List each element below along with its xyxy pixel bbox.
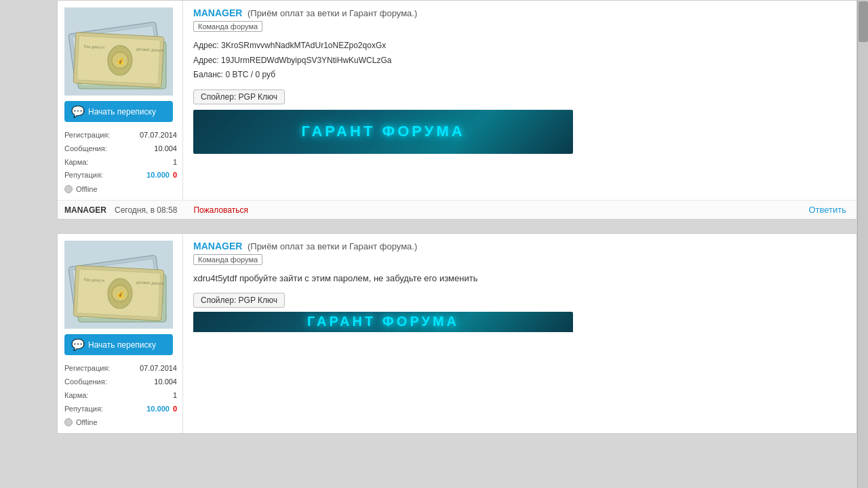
scrollbar[interactable] bbox=[857, 0, 868, 488]
post-body-2: Как деньги делают деньги 💰 💬 Начать пере… bbox=[58, 234, 856, 433]
offline-row-2: Offline bbox=[64, 418, 98, 426]
banner-partial: ГАРАНТ ФОРУМА bbox=[193, 312, 573, 332]
pm-label: Начать переписку bbox=[88, 107, 156, 117]
avatar-box-2: Как деньги делают деньги 💰 bbox=[64, 241, 173, 329]
post-card: Как деньги делают деньги 💰 💬 Начать пере… bbox=[57, 0, 857, 220]
reply-button[interactable]: Ответить bbox=[808, 205, 846, 215]
address-2: Адрес: 19JUrmREDWdWbyipqSV3YNtiHwKuWCLzG… bbox=[193, 54, 846, 68]
stat-reg-2: Регистрация: 07.07.2014 bbox=[64, 362, 177, 375]
offline-indicator-2 bbox=[64, 418, 73, 426]
user-role-2: (Приём оплат за ветки и Гарант форума.) bbox=[248, 241, 417, 251]
username-link[interactable]: MANAGER bbox=[193, 7, 242, 18]
offline-label-2: Offline bbox=[76, 418, 98, 426]
post-sidebar: Как деньги делают деньги 💰 💬 Начать пере… bbox=[58, 1, 183, 200]
stat-rep-2: Репутация: 10.000 0 bbox=[64, 403, 177, 416]
footer-date: Сегодня, в 08:58 bbox=[115, 205, 177, 215]
post-content-2: MANAGER (Приём оплат за ветки и Гарант ф… bbox=[183, 234, 856, 433]
footer-username: MANAGER bbox=[64, 205, 106, 215]
pm-button[interactable]: 💬 Начать переписку bbox=[64, 101, 173, 122]
post-body: Как деньги делают деньги 💰 💬 Начать пере… bbox=[58, 1, 856, 200]
spoiler-button[interactable]: Спойлер: PGP Ключ bbox=[193, 89, 285, 104]
stat-karma: Карма: 1 bbox=[64, 156, 177, 169]
offline-row: Offline bbox=[64, 185, 98, 193]
svg-text:💰: 💰 bbox=[117, 57, 125, 66]
pm-button-2[interactable]: 💬 Начать переписку bbox=[64, 334, 173, 355]
footer-report-link[interactable]: Пожаловаться bbox=[193, 205, 248, 215]
avatar-image: Как деньги делают деньги 💰 bbox=[64, 7, 173, 96]
banner-box: ГАРАНТ ФОРУМА bbox=[193, 110, 573, 154]
balance: Баланс: 0 BTC / 0 руб bbox=[193, 68, 846, 83]
pm-label-2: Начать переписку bbox=[88, 340, 156, 350]
user-role: (Приём оплат за ветки и Гарант форума.) bbox=[248, 8, 417, 18]
user-stats: Регистрация: 07.07.2014 Сообщения: 10.00… bbox=[64, 129, 177, 182]
spoiler-button-2[interactable]: Спойлер: PGP Ключ bbox=[193, 293, 285, 308]
offline-indicator bbox=[64, 185, 73, 193]
team-badge-2: Команда форума bbox=[193, 254, 262, 265]
stat-karma-2: Карма: 1 bbox=[64, 389, 177, 403]
address-1: Адрес: 3KroSRmvvwhNadkMTAdUr1oNEZpo2qoxG… bbox=[193, 39, 846, 54]
stat-msg-2: Сообщения: 10.004 bbox=[64, 375, 177, 389]
banner-text-2: ГАРАНТ ФОРУМА bbox=[307, 314, 459, 329]
stat-reg: Регистрация: 07.07.2014 bbox=[64, 129, 177, 142]
post-content: MANAGER (Приём оплат за ветки и Гарант ф… bbox=[183, 1, 856, 200]
avatar-box: Как деньги делают деньги 💰 bbox=[64, 7, 173, 96]
team-badge: Команда форума bbox=[193, 21, 262, 32]
content-area: Как деньги делают деньги 💰 💬 Начать пере… bbox=[0, 0, 857, 454]
user-stats-2: Регистрация: 07.07.2014 Сообщения: 10.00… bbox=[64, 362, 177, 415]
post-card-2: Как деньги делают деньги 💰 💬 Начать пере… bbox=[57, 233, 857, 434]
page-wrapper: Как деньги делают деньги 💰 💬 Начать пере… bbox=[0, 0, 868, 488]
avatar-image-2: Как деньги делают деньги 💰 bbox=[64, 241, 173, 329]
stat-msg: Сообщения: 10.004 bbox=[64, 142, 177, 156]
post-header: MANAGER (Приём оплат за ветки и Гарант ф… bbox=[193, 7, 846, 32]
post-footer: MANAGER Сегодня, в 08:58 Пожаловаться От… bbox=[58, 200, 856, 219]
post-sidebar-2: Как деньги делают деньги 💰 💬 Начать пере… bbox=[58, 234, 183, 433]
post-footer-left: MANAGER Сегодня, в 08:58 Пожаловаться bbox=[64, 205, 248, 215]
username-link-2[interactable]: MANAGER bbox=[193, 241, 242, 251]
message-icon: 💬 bbox=[71, 105, 85, 118]
banner-text: ГАРАНТ ФОРУМА bbox=[301, 123, 465, 140]
message-icon-2: 💬 bbox=[71, 338, 85, 351]
stat-rep: Репутация: 10.000 0 bbox=[64, 169, 177, 182]
post-header-2: MANAGER (Приём оплат за ветки и Гарант ф… bbox=[193, 241, 846, 265]
message-text: xdru4t5ytdf пробуйте зайти с этим пароле… bbox=[193, 272, 846, 286]
offline-label: Offline bbox=[76, 185, 98, 193]
address-block: Адрес: 3KroSRmvvwhNadkMTAdUr1oNEZpo2qoxG… bbox=[193, 39, 846, 83]
svg-text:💰: 💰 bbox=[117, 290, 125, 299]
scrollbar-thumb[interactable] bbox=[859, 1, 868, 42]
